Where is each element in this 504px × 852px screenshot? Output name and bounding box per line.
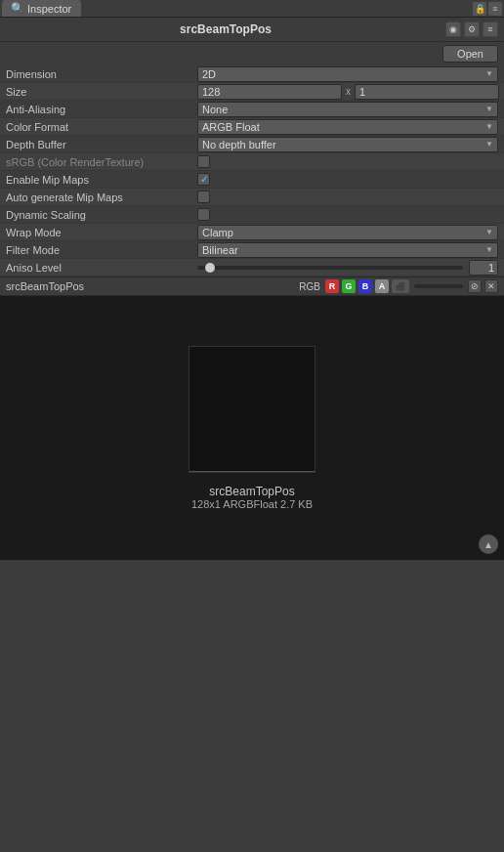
- aniso-level-label: Aniso Level: [6, 262, 197, 274]
- anti-aliasing-dropdown-arrow: ▼: [485, 105, 493, 113]
- dimension-dropdown-text: 2D: [202, 68, 216, 80]
- inspector-header: srcBeamTopPos ◉ ⚙ ≡: [0, 18, 504, 42]
- open-button[interactable]: Open: [442, 45, 498, 63]
- aniso-slider-track[interactable]: [197, 266, 463, 270]
- color-format-dropdown-text: ARGB Float: [202, 121, 260, 133]
- preview-bar-controls: RGB R G B A ⬛ ⊘ ✕: [299, 279, 498, 293]
- wrap-mode-value: Clamp ▼: [197, 225, 498, 240]
- preview-area: srcBeamTopPos 128x1 ARGBFloat 2.7 KB ▲: [0, 296, 504, 560]
- preview-close-btn[interactable]: ✕: [484, 279, 498, 293]
- rgb-label: RGB: [299, 281, 320, 292]
- filter-mode-value: Bilinear ▼: [197, 242, 498, 258]
- filter-mode-row: Filter Mode Bilinear ▼: [0, 241, 504, 259]
- channel-g-btn[interactable]: G: [342, 279, 356, 293]
- channel-r-btn[interactable]: R: [325, 279, 339, 293]
- auto-mip-maps-label: Auto generate Mip Maps: [6, 192, 197, 203]
- select-object-btn[interactable]: ◉: [445, 21, 461, 37]
- size-height-input[interactable]: [355, 84, 499, 100]
- color-format-dropdown[interactable]: ARGB Float ▼: [197, 119, 498, 135]
- menu-btn[interactable]: ≡: [483, 21, 498, 37]
- preview-exposure-slider[interactable]: [414, 284, 463, 288]
- depth-buffer-label: Depth Buffer: [6, 139, 197, 150]
- filter-mode-label: Filter Mode: [6, 244, 197, 256]
- preview-info: srcBeamTopPos 128x1 ARGBFloat 2.7 KB: [191, 485, 313, 510]
- open-btn-row: Open: [0, 42, 504, 65]
- tab-menu-btn[interactable]: ≡: [488, 2, 502, 16]
- auto-mip-maps-row: Auto generate Mip Maps: [0, 189, 504, 206]
- depth-buffer-dropdown-arrow: ▼: [485, 140, 493, 149]
- dynamic-scaling-value: [197, 208, 498, 221]
- auto-mip-maps-value: [197, 191, 498, 203]
- size-value: x: [197, 84, 499, 100]
- inspector-object-title: srcBeamTopPos: [6, 22, 445, 36]
- depth-buffer-dropdown-text: No depth buffer: [202, 139, 276, 150]
- color-format-dropdown-arrow: ▼: [485, 122, 493, 131]
- wrap-mode-dropdown[interactable]: Clamp ▼: [197, 225, 498, 240]
- size-width-input[interactable]: [197, 84, 342, 100]
- srgb-label: sRGB (Color RenderTexture): [6, 156, 197, 168]
- dimension-row: Dimension 2D ▼: [0, 65, 504, 83]
- depth-buffer-value: No depth buffer ▼: [197, 137, 498, 152]
- size-inputs: x: [197, 84, 499, 100]
- anti-aliasing-label: Anti-Aliasing: [6, 104, 197, 115]
- dimension-value: 2D ▼: [197, 66, 498, 82]
- dynamic-scaling-checkbox[interactable]: [197, 208, 210, 221]
- wrap-mode-dropdown-arrow: ▼: [485, 228, 493, 236]
- enable-mip-maps-checkbox[interactable]: [197, 173, 210, 186]
- enable-mip-maps-row: Enable Mip Maps: [0, 171, 504, 189]
- wrap-mode-label: Wrap Mode: [6, 227, 197, 238]
- channel-b-btn[interactable]: B: [358, 279, 372, 293]
- aniso-level-value: [197, 260, 498, 276]
- inspector-tab[interactable]: 🔍 Inspector: [2, 0, 81, 17]
- srgb-checkbox[interactable]: [197, 155, 210, 168]
- aniso-slider-thumb[interactable]: [205, 263, 215, 273]
- aniso-level-row: Aniso Level: [0, 259, 504, 277]
- properties-panel: Dimension 2D ▼ Size x Anti-Aliasing None…: [0, 65, 504, 277]
- depth-buffer-row: Depth Buffer No depth buffer ▼: [0, 136, 504, 153]
- settings-btn[interactable]: ⚙: [464, 21, 480, 37]
- srgb-value: [197, 155, 498, 168]
- color-format-row: Color Format ARGB Float ▼: [0, 118, 504, 136]
- tab-lock-btn[interactable]: 🔒: [473, 2, 486, 16]
- depth-buffer-dropdown[interactable]: No depth buffer ▼: [197, 137, 498, 152]
- dimension-label: Dimension: [6, 68, 197, 80]
- preview-texture-line: [189, 471, 315, 472]
- aniso-slider-row: [197, 260, 498, 276]
- size-row: Size x: [0, 83, 504, 101]
- unity-icon: ▲: [479, 534, 498, 554]
- filter-mode-dropdown[interactable]: Bilinear ▼: [197, 242, 498, 258]
- header-icons: ◉ ⚙ ≡: [445, 21, 498, 37]
- wrap-mode-row: Wrap Mode Clamp ▼: [0, 224, 504, 241]
- enable-mip-maps-label: Enable Mip Maps: [6, 174, 197, 186]
- dimension-dropdown[interactable]: 2D ▼: [197, 66, 498, 82]
- preview-options-btn[interactable]: ⊘: [468, 279, 482, 293]
- tab-bar: 🔍 Inspector 🔒 ≡: [0, 0, 504, 18]
- tab-controls: 🔒 ≡: [473, 2, 502, 16]
- filter-mode-dropdown-text: Bilinear: [202, 244, 238, 256]
- size-x-label: x: [346, 86, 351, 97]
- channel-a-btn[interactable]: A: [375, 279, 389, 293]
- anti-aliasing-row: Anti-Aliasing None ▼: [0, 101, 504, 118]
- color-format-label: Color Format: [6, 121, 197, 133]
- srgb-row: sRGB (Color RenderTexture): [0, 153, 504, 171]
- preview-bar-title: srcBeamTopPos: [6, 280, 295, 292]
- anti-aliasing-value: None ▼: [197, 102, 498, 117]
- dynamic-scaling-row: Dynamic Scaling: [0, 206, 504, 224]
- preview-texture-name: srcBeamTopPos: [191, 485, 313, 498]
- inspector-tab-icon: 🔍: [12, 3, 23, 15]
- channel-rgb-btn[interactable]: ⬛: [392, 279, 409, 293]
- color-format-value: ARGB Float ▼: [197, 119, 498, 135]
- dynamic-scaling-label: Dynamic Scaling: [6, 209, 197, 221]
- anti-aliasing-dropdown-text: None: [202, 104, 228, 115]
- anti-aliasing-dropdown[interactable]: None ▼: [197, 102, 498, 117]
- size-label: Size: [6, 86, 197, 98]
- inspector-tab-label: Inspector: [27, 3, 71, 15]
- dimension-dropdown-arrow: ▼: [485, 69, 493, 78]
- preview-texture: [189, 346, 315, 473]
- auto-mip-maps-checkbox[interactable]: [197, 191, 210, 203]
- filter-mode-dropdown-arrow: ▼: [485, 245, 493, 254]
- aniso-level-input[interactable]: [469, 260, 498, 276]
- preview-texture-details: 128x1 ARGBFloat 2.7 KB: [191, 498, 313, 510]
- enable-mip-maps-value: [197, 173, 498, 186]
- preview-bar: srcBeamTopPos RGB R G B A ⬛ ⊘ ✕: [0, 277, 504, 296]
